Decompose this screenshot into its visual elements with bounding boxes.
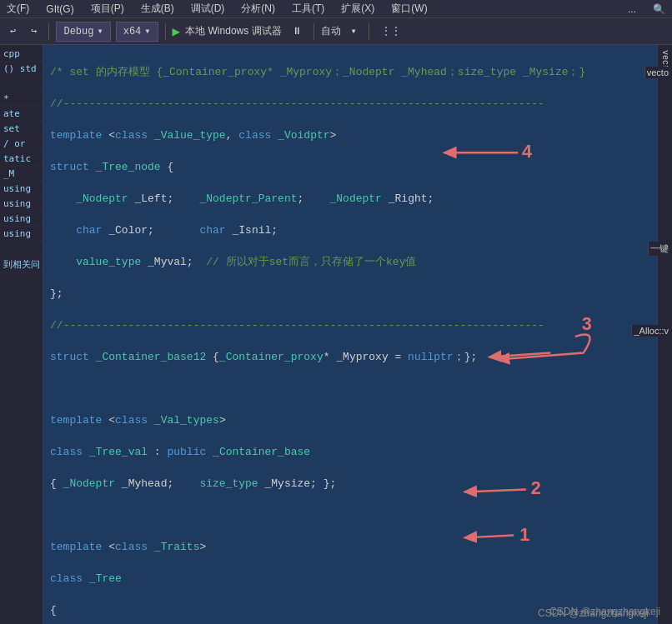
menu-analyze[interactable]: 分析(N) <box>238 0 278 17</box>
sidebar-item-cpp[interactable]: cpp <box>0 47 43 62</box>
watermark: CSDN @zhangzhangkeji <box>549 606 660 617</box>
debug-dropdown[interactable]: Debug ▾ <box>56 22 110 42</box>
sidebar-item-ate[interactable]: ate <box>0 107 43 122</box>
sidebar-item-std[interactable]: () std <box>0 62 43 77</box>
search-icon[interactable]: 🔍 <box>649 2 669 17</box>
run-button[interactable]: ▶ <box>173 23 181 40</box>
right-label-vecto-text: vecto <box>644 67 670 78</box>
menu-build[interactable]: 生成(B) <box>138 0 178 17</box>
sidebar-item-tatic[interactable]: tatic <box>0 152 43 167</box>
sidebar-item-ord[interactable]: / or <box>0 137 43 152</box>
auto-label: 自动 <box>321 24 341 38</box>
main-layout: cpp () std * ate set / or tatic _M using… <box>0 45 672 624</box>
sidebar-item-using1[interactable]: using <box>0 182 43 197</box>
code-editor[interactable]: /* set 的内存模型 {_Container_proxy* _Myproxy… <box>43 45 657 624</box>
separator-4 <box>369 23 369 40</box>
sidebar-item-set[interactable]: set <box>0 122 43 137</box>
sidebar-item-using2[interactable]: using <box>0 197 43 212</box>
menu-git[interactable]: GIt(G) <box>43 2 77 17</box>
menu-file[interactable]: 文(F) <box>3 0 33 17</box>
sidebar-item-blank1 <box>0 77 43 92</box>
sidebar-item-using3[interactable]: using <box>0 212 43 227</box>
sidebar-item-star[interactable]: * <box>0 92 43 107</box>
left-sidebar: cpp () std * ate set / or tatic _M using… <box>0 45 43 624</box>
menu-bar: 文(F) GIt(G) 项目(P) 生成(B) 调试(D) 分析(N) 工具(T… <box>0 0 672 18</box>
menu-debug[interactable]: 调试(D) <box>188 0 228 17</box>
menu-window[interactable]: 窗口(W) <box>388 0 430 17</box>
right-label-alloc: _Alloc::v <box>631 325 670 337</box>
arch-chevron: ▾ <box>144 25 150 37</box>
separator-2 <box>165 23 166 40</box>
toolbar: ↩ ↪ Debug ▾ x64 ▾ ▶ 本地 Windows 调试器 ⏸ 自动 … <box>0 18 672 45</box>
arch-dropdown[interactable]: x64 ▾ <box>116 22 158 42</box>
more-icon[interactable]: ⋮⋮ <box>376 23 406 39</box>
redo-icon[interactable]: ↪ <box>26 23 42 39</box>
run-label: 本地 Windows 调试器 <box>185 24 281 38</box>
arch-label: x64 <box>123 26 142 37</box>
undo-icon[interactable]: ↩ <box>5 23 21 39</box>
right-label-yijian: 一键 <box>648 242 670 256</box>
menu-extra[interactable]: ... <box>624 2 639 17</box>
separator-3 <box>313 23 314 40</box>
sidebar-item-m[interactable]: _M <box>0 167 43 182</box>
sidebar-item-relate[interactable]: 到相关问 <box>0 257 43 273</box>
menu-tools[interactable]: 工具(T) <box>288 0 328 17</box>
menu-extensions[interactable]: 扩展(X) <box>338 0 378 17</box>
code-content: /* set 的内存模型 {_Container_proxy* _Myproxy… <box>43 45 657 624</box>
debug-chevron: ▾ <box>97 25 103 37</box>
sidebar-item-blank2 <box>0 242 43 257</box>
auto-dropdown-btn[interactable]: ▾ <box>346 23 362 39</box>
pause-icon[interactable]: ⏸ <box>287 23 307 39</box>
debug-label: Debug <box>63 26 93 37</box>
separator-1 <box>48 23 49 40</box>
menu-project[interactable]: 项目(P) <box>88 0 128 17</box>
sidebar-item-using4[interactable]: using <box>0 227 43 242</box>
